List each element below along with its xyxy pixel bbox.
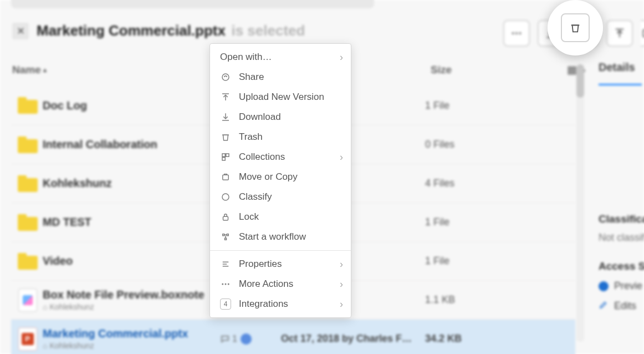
scrollbar[interactable] <box>576 64 584 342</box>
comment-icon <box>220 334 230 344</box>
svg-point-2 <box>519 32 522 34</box>
ctx-move-or-copy[interactable]: Move or Copy <box>210 167 351 187</box>
ctx-start-workflow[interactable]: Start a workflow <box>210 227 351 247</box>
tab-details[interactable]: Details <box>599 61 644 80</box>
file-name: Kohlekshunz <box>43 177 220 190</box>
ctx-open-with[interactable]: Open with… <box>210 47 351 67</box>
ctx-label: Collections <box>239 151 285 163</box>
tab-underline <box>599 84 642 85</box>
ctx-label: Trash <box>239 132 263 143</box>
svg-rect-10 <box>223 216 228 220</box>
svg-rect-6 <box>226 154 229 156</box>
size-cell: 1.1 KB <box>425 294 497 306</box>
pencil-icon <box>599 300 609 312</box>
upload-icon <box>220 92 231 102</box>
collection-tag: ⌂ Kohlekshunz <box>43 341 220 350</box>
svg-point-11 <box>222 284 223 285</box>
file-name: Video <box>43 255 220 267</box>
column-size[interactable]: Size <box>431 64 452 76</box>
size-cell: 34.2 KB <box>425 333 497 345</box>
comment-indicator[interactable]: 1 <box>220 334 237 344</box>
more-icon <box>510 27 523 39</box>
classification-heading: Classificati <box>599 213 644 225</box>
ctx-label: Start a workflow <box>239 231 306 242</box>
ctx-lock[interactable]: Lock <box>210 207 351 227</box>
share-icon <box>220 72 231 82</box>
folder-icon <box>18 175 38 192</box>
selected-filename: Marketing Commercial.pptx <box>37 22 226 39</box>
download-icon <box>220 112 231 122</box>
lock-icon <box>220 212 231 222</box>
size-cell: 1 File <box>425 216 497 228</box>
upload-button[interactable] <box>606 20 633 47</box>
ctx-label: More Actions <box>239 279 293 290</box>
properties-icon <box>220 259 231 269</box>
list-item-selected[interactable]: Marketing Commercial.pptx ⌂ Kohlekshunz … <box>11 319 575 354</box>
ctx-separator <box>210 250 351 251</box>
access-stats-heading: Access Sta <box>599 260 644 272</box>
sort-asc-icon: ▴ <box>43 66 47 74</box>
ctx-label: Download <box>239 112 281 123</box>
more-icon <box>220 279 231 289</box>
more-button[interactable] <box>503 20 530 47</box>
ctx-more-actions[interactable]: More Actions <box>210 274 351 294</box>
ctx-label: Lock <box>239 211 259 222</box>
eye-icon <box>599 281 609 291</box>
share-icon <box>641 27 644 39</box>
ctx-label: Classify <box>239 191 272 203</box>
deselect-button[interactable]: ✕ <box>12 23 29 39</box>
upload-icon <box>614 27 626 39</box>
preview-stat[interactable]: Previe <box>599 280 644 292</box>
ctx-classify[interactable]: Classify <box>210 187 351 207</box>
ctx-download[interactable]: Download <box>210 107 351 127</box>
file-name: MD TEST <box>43 216 220 229</box>
collection-tag: ⌂ Kohlekshunz <box>43 302 220 311</box>
file-name: Doc Log <box>43 99 220 112</box>
svg-point-9 <box>222 194 229 200</box>
ctx-label: Integrations <box>239 299 288 310</box>
folder-icon <box>18 136 38 153</box>
selection-bar: ✕ Marketing Commercial.pptx is selected <box>12 22 305 39</box>
integrations-badge: 4 <box>220 299 231 310</box>
size-cell: 0 Files <box>425 139 497 150</box>
move-icon <box>220 172 231 182</box>
classify-icon <box>220 192 231 202</box>
ctx-label: Share <box>239 72 264 83</box>
link-badge-icon[interactable] <box>241 333 252 345</box>
ctx-upload-new-version[interactable]: Upload New Version <box>210 87 351 107</box>
ctx-collections[interactable]: Collections <box>210 147 351 167</box>
size-cell: 1 File <box>425 255 497 267</box>
trash-icon <box>220 132 231 142</box>
file-name: Marketing Commercial.pptx <box>43 327 220 340</box>
svg-rect-7 <box>222 158 225 160</box>
size-cell: 4 Files <box>425 178 497 189</box>
size-cell: 1 File <box>425 100 497 112</box>
folder-icon <box>18 97 38 114</box>
grid-view-icon[interactable]: ▦ <box>567 63 577 76</box>
file-name: Box Note File Preview.boxnote <box>43 289 220 301</box>
ctx-share[interactable]: Share <box>210 67 351 87</box>
trash-button[interactable] <box>561 13 590 42</box>
edits-stat[interactable]: Edits <box>599 300 644 312</box>
ctx-label: Open with… <box>220 52 272 63</box>
svg-point-4 <box>222 74 229 80</box>
context-menu: Open with… Share Upload New Version Down… <box>209 43 351 318</box>
search-bar-stub <box>11 0 374 8</box>
column-name-label: Name <box>12 64 41 76</box>
trash-icon <box>569 22 581 34</box>
svg-point-13 <box>228 284 229 285</box>
preview-label: Previe <box>614 280 642 292</box>
ctx-properties[interactable]: Properties <box>210 254 351 274</box>
edits-label: Edits <box>614 300 636 312</box>
tutorial-spotlight <box>548 0 603 55</box>
classification-value: Not classif <box>599 232 644 244</box>
ctx-trash[interactable]: Trash <box>210 127 351 147</box>
details-panel: Details Classificati Not classif Access … <box>599 61 644 312</box>
svg-point-0 <box>512 32 514 34</box>
comment-count: 1 <box>232 334 237 344</box>
share-button[interactable] <box>641 20 644 47</box>
ctx-integrations[interactable]: 4 Integrations <box>210 294 351 314</box>
selected-suffix: is selected <box>231 22 305 39</box>
collections-icon <box>220 152 231 162</box>
boxnote-icon <box>18 289 37 312</box>
